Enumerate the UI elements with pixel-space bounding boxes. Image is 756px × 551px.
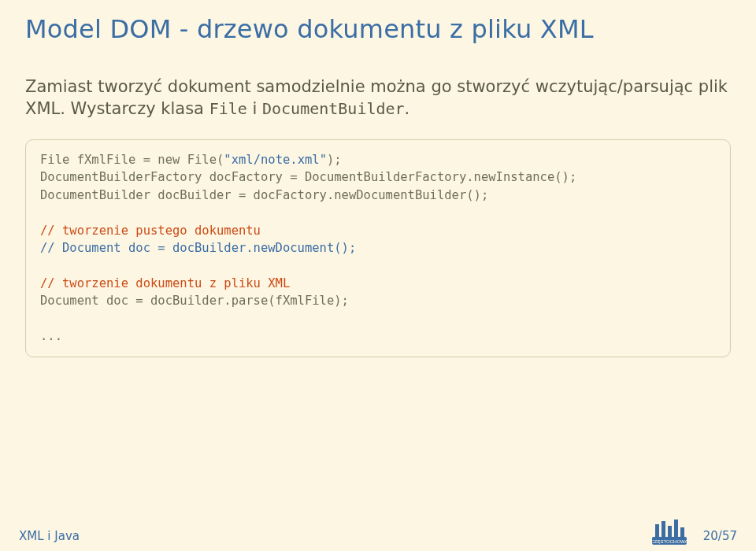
code-block: File fXmlFile = new File("xml/note.xml")… <box>25 139 731 357</box>
svg-rect-5 <box>680 527 684 537</box>
footer: XML i Java 20/57 <box>0 529 756 543</box>
code-keyword-new: new <box>158 153 180 167</box>
slide-title: Model DOM - drzewo dokumentu z pliku XML <box>25 14 731 44</box>
code-line-1a: File fXmlFile = <box>40 153 158 167</box>
code-comment-title-2: // tworzenie dokumentu z pliku XML <box>40 276 290 290</box>
inline-code-file: File <box>209 99 247 118</box>
code-line-1c: File( <box>180 153 224 167</box>
svg-text:CZĘSTOCHOWA: CZĘSTOCHOWA <box>652 539 687 544</box>
footer-right: 20/57 <box>703 529 737 543</box>
intro-text-after: . <box>405 99 410 118</box>
intro-text-mid: i <box>247 99 262 118</box>
svg-rect-2 <box>662 521 665 537</box>
intro-paragraph: Zamiast tworzyć dokument samodzielnie mo… <box>25 76 731 120</box>
inline-code-documentbuilder: DocumentBuilder <box>262 99 405 118</box>
slide: Model DOM - drzewo dokumentu z pliku XML… <box>0 0 756 551</box>
code-comment-title-1: // tworzenie pustego dokumentu <box>40 224 261 238</box>
svg-rect-3 <box>668 526 672 537</box>
code-string-path: "xml/note.xml" <box>224 153 327 167</box>
code-line-9: Document doc = docBuilder.parse(fXmlFile… <box>40 294 349 308</box>
code-comment-line-1: // Document doc = docBuilder.newDocument… <box>40 241 356 255</box>
svg-rect-1 <box>655 524 659 537</box>
institution-logo-icon: CZĘSTOCHOWA <box>652 520 687 545</box>
code-ellipsis: ... <box>40 329 62 343</box>
code-line-2: DocumentBuilderFactory docFactory = Docu… <box>40 170 576 184</box>
svg-rect-4 <box>674 520 678 537</box>
footer-left: XML i Java <box>19 529 80 543</box>
code-line-3: DocumentBuilder docBuilder = docFactory.… <box>40 188 488 202</box>
code-line-1e: ); <box>327 153 342 167</box>
